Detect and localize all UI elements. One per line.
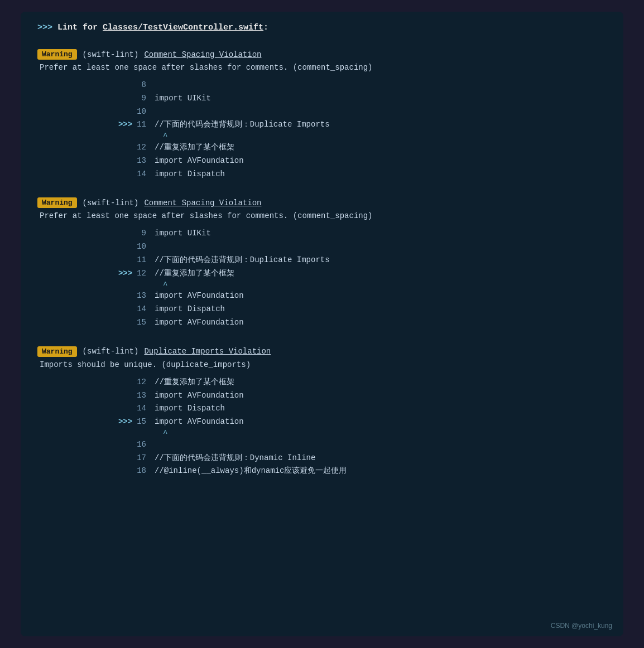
- line-num-1-5: 12: [43, 141, 155, 154]
- code-line-2-7: 15import AVFoundation: [43, 316, 607, 330]
- line-content-3-0: //重复添加了某个框架: [155, 376, 234, 389]
- code-line-1-0: 8: [43, 79, 607, 92]
- code-prompt-2-3: >>>: [118, 267, 132, 281]
- line-content-3-1: import AVFoundation: [155, 389, 244, 403]
- code-line-3-6: 17//下面的代码会违背规则：Dynamic Inline: [43, 452, 607, 465]
- warning-title-2: Comment Spacing Violation: [144, 199, 261, 207]
- line-content-1-3: //下面的代码会违背规则：Duplicate Imports: [155, 118, 330, 132]
- code-line-1-6: 13import AVFoundation: [43, 154, 607, 168]
- warning-block-2: Warning(swift-lint) Comment Spacing Viol…: [37, 197, 607, 329]
- caret-line-2-4: ^: [43, 281, 607, 290]
- code-line-2-6: 14import Dispatch: [43, 303, 607, 316]
- warning-desc-3: Imports should be unique. (duplicate_imp…: [37, 360, 607, 369]
- warning-block-3: Warning(swift-lint) Duplicate Imports Vi…: [37, 346, 607, 478]
- line-num-3-1: 13: [43, 389, 155, 403]
- line-content-2-2: //下面的代码会违背规则：Duplicate Imports: [155, 254, 330, 267]
- header-filepath: Classes/TestViewController.swift: [103, 23, 263, 32]
- header-text: Lint for: [57, 23, 103, 32]
- code-line-1-1: 9import UIKit: [43, 92, 607, 105]
- caret-line-1-4: ^: [43, 132, 607, 141]
- code-line-2-3: >>>12//重复添加了某个框架: [43, 267, 607, 281]
- code-line-1-2: 10: [43, 105, 607, 119]
- line-num-3-2: 14: [43, 402, 155, 415]
- code-line-3-5: 16: [43, 438, 607, 452]
- code-line-3-3: >>>15import AVFoundation: [43, 415, 607, 429]
- line-num-1-2: 10: [43, 105, 155, 119]
- warning-desc-1: Prefer at least one space after slashes …: [37, 63, 607, 72]
- warning-desc-2: Prefer at least one space after slashes …: [37, 211, 607, 220]
- code-line-3-1: 13import AVFoundation: [43, 389, 607, 403]
- line-num-2-0: 9: [43, 227, 155, 240]
- warnings-container: Warning(swift-lint) Comment Spacing Viol…: [37, 49, 607, 478]
- line-content-1-6: import AVFoundation: [155, 154, 244, 168]
- code-line-1-5: 12//重复添加了某个框架: [43, 141, 607, 154]
- code-block-3: 12//重复添加了某个框架13import AVFoundation14impo…: [37, 376, 607, 478]
- code-prompt-3-3: >>>: [118, 415, 132, 429]
- line-content-2-0: import UIKit: [155, 227, 211, 240]
- warning-badge-3: Warning: [37, 346, 77, 357]
- line-content-2-5: import AVFoundation: [155, 289, 244, 303]
- line-num-2-1: 10: [43, 240, 155, 254]
- warning-block-1: Warning(swift-lint) Comment Spacing Viol…: [37, 49, 607, 181]
- line-content-1-1: import UIKit: [155, 92, 211, 105]
- code-line-3-2: 14import Dispatch: [43, 402, 607, 415]
- line-num-3-7: 18: [43, 465, 155, 478]
- header-colon: :: [263, 23, 268, 32]
- line-num-1-0: 8: [43, 79, 155, 92]
- code-line-3-7: 18//@inline(__always)和dynamic应该避免一起使用: [43, 465, 607, 478]
- line-num-3-5: 16: [43, 438, 155, 452]
- warning-title-1: Comment Spacing Violation: [144, 50, 261, 59]
- code-block-1: 89import UIKit10>>>11//下面的代码会违背规则：Duplic…: [37, 79, 607, 181]
- line-content-1-7: import Dispatch: [155, 168, 225, 181]
- line-num-2-7: 15: [43, 316, 155, 330]
- line-num-2-5: 13: [43, 289, 155, 303]
- line-content-3-2: import Dispatch: [155, 402, 225, 415]
- code-line-2-0: 9import UIKit: [43, 227, 607, 240]
- footer-watermark: CSDN @yochi_kung: [551, 622, 612, 630]
- code-line-2-1: 10: [43, 240, 607, 254]
- warning-header-2: Warning(swift-lint) Comment Spacing Viol…: [37, 197, 607, 208]
- line-content-3-3: import AVFoundation: [155, 415, 244, 429]
- line-num-1-7: 14: [43, 168, 155, 181]
- line-num-3-3: >>>15: [43, 415, 155, 429]
- line-content-2-7: import AVFoundation: [155, 316, 244, 330]
- terminal-window: >>> Lint for Classes/TestViewController.…: [21, 12, 623, 636]
- code-line-2-2: 11//下面的代码会违背规则：Duplicate Imports: [43, 254, 607, 267]
- header-prompt: >>>: [37, 23, 52, 32]
- warning-header-1: Warning(swift-lint) Comment Spacing Viol…: [37, 49, 607, 60]
- header-line: >>> Lint for Classes/TestViewController.…: [37, 23, 607, 32]
- code-line-3-0: 12//重复添加了某个框架: [43, 376, 607, 389]
- line-num-2-2: 11: [43, 254, 155, 267]
- line-num-1-1: 9: [43, 92, 155, 105]
- code-prompt-1-3: >>>: [118, 118, 132, 132]
- warning-source-1: (swift-lint): [83, 50, 139, 59]
- line-num-1-6: 13: [43, 154, 155, 168]
- line-content-1-5: //重复添加了某个框架: [155, 141, 234, 154]
- line-num-3-0: 12: [43, 376, 155, 389]
- code-block-2: 9import UIKit1011//下面的代码会违背规则：Duplicate …: [37, 227, 607, 329]
- warning-header-3: Warning(swift-lint) Duplicate Imports Vi…: [37, 346, 607, 357]
- code-line-2-5: 13import AVFoundation: [43, 289, 607, 303]
- line-num-2-6: 14: [43, 303, 155, 316]
- line-content-2-6: import Dispatch: [155, 303, 225, 316]
- code-line-1-7: 14import Dispatch: [43, 168, 607, 181]
- warning-source-2: (swift-lint): [83, 199, 139, 207]
- line-num-3-6: 17: [43, 452, 155, 465]
- warning-badge-1: Warning: [37, 49, 77, 60]
- caret-line-3-4: ^: [43, 429, 607, 438]
- line-num-1-3: >>>11: [43, 118, 155, 132]
- warning-badge-2: Warning: [37, 197, 77, 208]
- warning-title-3: Duplicate Imports Violation: [144, 347, 271, 356]
- line-content-2-3: //重复添加了某个框架: [155, 267, 234, 281]
- warning-source-3: (swift-lint): [83, 347, 139, 356]
- line-content-3-6: //下面的代码会违背规则：Dynamic Inline: [155, 452, 315, 465]
- code-line-1-3: >>>11//下面的代码会违背规则：Duplicate Imports: [43, 118, 607, 132]
- line-content-3-7: //@inline(__always)和dynamic应该避免一起使用: [155, 465, 347, 478]
- line-num-2-3: >>>12: [43, 267, 155, 281]
